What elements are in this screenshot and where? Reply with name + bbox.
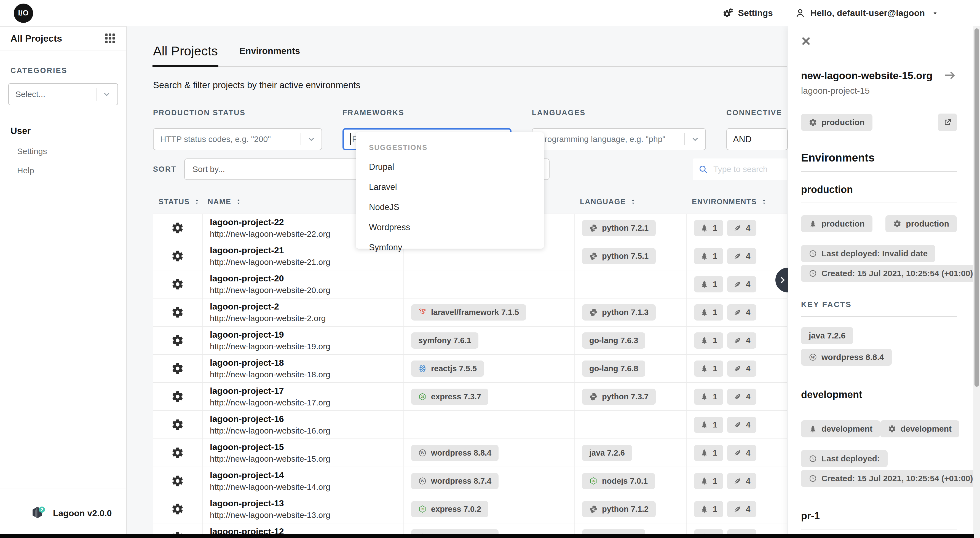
table-row[interactable]: lagoon-project-13http://new-lagoon-websi…	[153, 495, 787, 523]
clock-icon	[809, 454, 817, 463]
external-icon	[943, 118, 952, 127]
language-cell: JSnodejs 7.0.1	[574, 467, 686, 495]
search-input[interactable]	[713, 164, 782, 174]
project-name[interactable]: lagoon-project-15	[210, 442, 284, 452]
project-url: http://new-lagoon-website-2.org	[210, 314, 326, 323]
production-status-input-box	[153, 128, 322, 150]
environments-cell: 14	[686, 439, 787, 467]
tree-icon	[700, 477, 708, 485]
filter-production-status: PRODUCTION STATUS	[153, 109, 322, 150]
environments-count-badge-label: 4	[746, 505, 750, 514]
environment-section-title[interactable]: production	[801, 184, 957, 195]
key-fact-badge: java 7.2.6	[801, 327, 853, 344]
environments-cell: 14	[686, 327, 787, 354]
drawer-close-button[interactable]	[801, 36, 811, 46]
sort-icon	[761, 198, 767, 205]
routes-badge-label: 1	[713, 308, 717, 317]
table-row[interactable]: lagoon-project-15http://new-lagoon-websi…	[153, 438, 787, 467]
divider	[801, 171, 957, 172]
environments-cell: 14	[686, 270, 787, 298]
tab-all-projects[interactable]: All Projects	[153, 43, 218, 66]
column-header-language[interactable]: LANGUAGE	[574, 198, 686, 206]
environment-section-title[interactable]: pr-1	[801, 510, 957, 522]
user-menu[interactable]: Hello, default-user@lagoon	[795, 8, 939, 19]
suggestion-item-symfony[interactable]: Symfony	[369, 243, 544, 252]
categories-select[interactable]: Select...	[8, 83, 118, 105]
table-row[interactable]: lagoon-project-19http://new-lagoon-websi…	[153, 326, 787, 354]
main-content: All Projects Environments Search & filte…	[127, 26, 788, 538]
languages-input[interactable]	[539, 134, 684, 144]
environment-section-title[interactable]: development	[801, 389, 957, 400]
routes-badge: 1	[694, 276, 723, 292]
routes-badge-label: 1	[713, 364, 717, 373]
suggestion-item-nodejs[interactable]: NodeJS	[369, 202, 544, 212]
chevdown-icon	[103, 90, 111, 98]
sidebar-item-help[interactable]: Help	[17, 166, 126, 175]
python-icon	[589, 392, 598, 401]
chevdown-icon[interactable]	[307, 135, 315, 143]
grid-icon[interactable]	[104, 33, 116, 44]
project-name[interactable]: lagoon-project-21	[210, 245, 284, 256]
name-cell: lagoon-project-14http://new-lagoon-websi…	[202, 467, 403, 495]
column-header-label: STATUS	[159, 198, 190, 206]
categories-label: CATEGORIES	[11, 67, 116, 75]
routes-badge-label: 1	[713, 448, 717, 457]
project-name[interactable]: lagoon-project-2	[210, 302, 279, 312]
status-cell	[153, 242, 202, 270]
table-row[interactable]: lagoon-project-17http://new-lagoon-websi…	[153, 382, 787, 410]
table-row[interactable]: lagoon-project-14http://new-lagoon-websi…	[153, 467, 787, 495]
project-name[interactable]: lagoon-project-17	[210, 386, 284, 396]
sidebar-header: All Projects	[0, 27, 126, 51]
table-row[interactable]: lagoon-project-18http://new-lagoon-websi…	[153, 354, 787, 382]
project-name[interactable]: lagoon-project-16	[210, 414, 284, 424]
search-icon	[698, 165, 708, 174]
laravel-icon	[418, 308, 426, 316]
project-name[interactable]: lagoon-project-14	[210, 470, 284, 480]
svg-text:W: W	[420, 479, 425, 483]
settings-link[interactable]: Settings	[723, 8, 773, 19]
table-row[interactable]: lagoon-project-2http://new-lagoon-websit…	[153, 298, 787, 326]
table-row[interactable]: lagoon-project-16http://new-lagoon-websi…	[153, 410, 787, 438]
language-cell	[574, 270, 686, 298]
column-header-environments[interactable]: ENVIRONMENTS	[686, 198, 787, 206]
open-project-arrow[interactable]	[943, 68, 957, 83]
env-branch-badge-label: development	[821, 424, 872, 433]
language-cell: go-lang 7.6.3	[574, 327, 686, 354]
framework-cell: Wwordpress 8.7.4	[403, 467, 574, 495]
environments-heading: Environments	[801, 152, 957, 164]
environment-badges: productionproduction	[801, 215, 957, 232]
table-row[interactable]: lagoon-project-20http://new-lagoon-websi…	[153, 270, 787, 298]
project-name[interactable]: lagoon-project-20	[210, 273, 284, 284]
project-name[interactable]: lagoon-project-13	[210, 498, 284, 508]
app-logo[interactable]: I/O	[14, 3, 33, 23]
suggestion-item-drupal[interactable]: Drupal	[369, 162, 544, 172]
routes-badge: 1	[694, 417, 723, 433]
gear-icon	[171, 475, 184, 487]
tab-environments[interactable]: Environments	[239, 46, 300, 66]
project-name[interactable]: lagoon-project-22	[210, 217, 284, 227]
leaf-icon	[733, 224, 741, 232]
sidebar-footer: 2 Lagoon v2.0.0	[0, 488, 126, 538]
project-name[interactable]: lagoon-project-19	[210, 330, 284, 340]
environments-count-badge-label: 4	[746, 336, 750, 345]
production-status-input[interactable]	[160, 134, 301, 144]
project-name[interactable]: lagoon-project-18	[210, 358, 284, 368]
routes-badge: 1	[694, 332, 723, 349]
connective-select[interactable]: AND	[726, 128, 788, 150]
suggestion-item-laravel[interactable]: Laravel	[369, 182, 544, 192]
project-url: http://new-lagoon-website-21.org	[210, 257, 330, 267]
leaf-icon	[733, 421, 741, 429]
divider	[801, 203, 957, 203]
suggestion-item-wordpress[interactable]: Wordpress	[369, 222, 544, 232]
name-cell: lagoon-project-19http://new-lagoon-websi…	[202, 327, 403, 354]
drawer-scrollbar-thumb[interactable]	[975, 29, 979, 387]
created-badge-label: Created: 15 Jul 2021, 10:25:54 (+01:00)	[821, 269, 973, 278]
column-header-status[interactable]: STATUS	[153, 198, 202, 206]
hexlogo-icon: 2	[30, 505, 46, 521]
tree-icon	[700, 505, 708, 513]
sidebar-item-settings[interactable]: Settings	[17, 147, 126, 156]
chevdown-icon[interactable]	[691, 135, 699, 143]
routes-badge: 1	[694, 220, 723, 236]
external-link-button[interactable]	[938, 114, 957, 131]
input-divider	[301, 133, 301, 145]
